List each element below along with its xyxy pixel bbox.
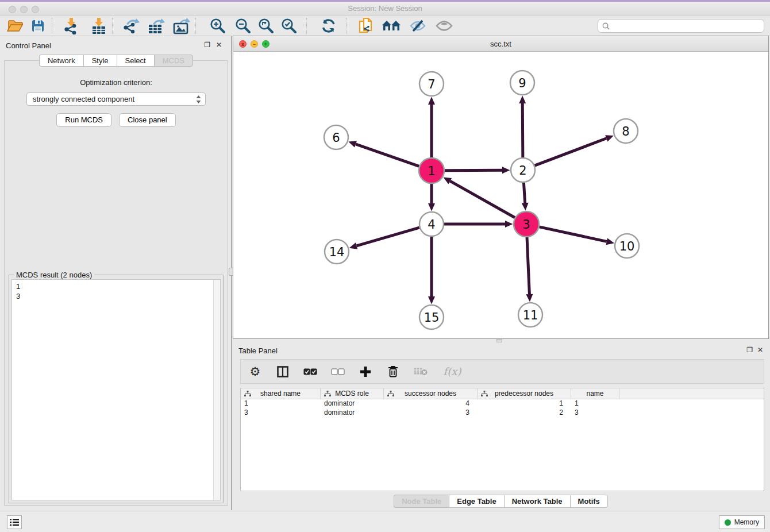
- column-header-name[interactable]: name: [571, 388, 619, 399]
- delete-column-button[interactable]: [386, 364, 401, 379]
- import-network-button[interactable]: [59, 17, 82, 35]
- show-panel-list-button[interactable]: [7, 515, 22, 529]
- graph-node-label: 11: [523, 309, 538, 322]
- table-cell[interactable]: 3: [384, 408, 478, 418]
- result-scrollbar[interactable]: [213, 280, 220, 500]
- table-cell[interactable]: 1: [241, 399, 321, 408]
- graph-edge-1-2[interactable]: [445, 170, 502, 171]
- open-session-button[interactable]: [3, 17, 26, 35]
- graph-node-label: 9: [518, 76, 526, 90]
- table-panel-tabs: Node Table Edge Table Network Table Moti…: [233, 495, 769, 508]
- graph-node-label: 14: [329, 245, 345, 259]
- hierarchy-icon: [387, 391, 394, 397]
- zoom-in-button[interactable]: [206, 17, 229, 35]
- float-panel-icon[interactable]: ❐: [204, 41, 210, 48]
- table-cell[interactable]: dominator: [321, 408, 384, 418]
- zoom-out-button[interactable]: [232, 17, 255, 35]
- split-columns-button[interactable]: [275, 364, 290, 379]
- mcds-result-list[interactable]: 1 3: [11, 279, 221, 500]
- table-close-icon[interactable]: ✕: [757, 346, 763, 353]
- node-table[interactable]: shared name MCDS role successor nodes pr…: [240, 388, 764, 491]
- tab-network[interactable]: Network: [39, 55, 83, 67]
- tab-style[interactable]: Style: [83, 55, 117, 67]
- add-column-button[interactable]: [358, 364, 373, 379]
- delete-table-icon: [414, 367, 428, 376]
- criterion-selected-value: strongly connected component: [33, 95, 134, 103]
- graph-edge-2-9[interactable]: [522, 103, 523, 157]
- graph-edge-4-14[interactable]: [357, 228, 419, 246]
- main-toolbar: [0, 16, 770, 36]
- graph-node-label: 8: [622, 125, 629, 138]
- network-window-title: scc.txt: [233, 40, 768, 48]
- network-window-titlebar[interactable]: x – + scc.txt: [233, 36, 768, 52]
- hide-eye-icon: [409, 19, 426, 33]
- tab-network-table[interactable]: Network Table: [504, 495, 570, 508]
- graph-edge-1-6[interactable]: [356, 144, 419, 167]
- network-table-splitter-handle[interactable]: [496, 339, 502, 342]
- table-cell[interactable]: 1: [478, 399, 571, 408]
- chevron-up-down-icon: [196, 95, 201, 103]
- column-label: MCDS role: [335, 390, 369, 398]
- zoom-selected-button[interactable]: [278, 17, 301, 35]
- search-input[interactable]: [613, 22, 764, 30]
- table-cell[interactable]: 3: [241, 408, 321, 418]
- tab-edge-table[interactable]: Edge Table: [449, 495, 503, 508]
- run-mcds-button[interactable]: Run MCDS: [56, 113, 111, 127]
- gear-button[interactable]: ⚙: [248, 364, 263, 379]
- graph-node-label: 6: [332, 131, 340, 145]
- graph-edge-3-10[interactable]: [539, 227, 606, 241]
- column-header-mcds-role[interactable]: MCDS role: [321, 388, 384, 399]
- tab-select[interactable]: Select: [117, 55, 154, 67]
- mcds-result-box: MCDS result (2 nodes) 1 3: [9, 275, 224, 503]
- home-button[interactable]: [380, 17, 403, 35]
- save-session-button[interactable]: [26, 17, 49, 35]
- close-panel-icon[interactable]: ✕: [216, 41, 222, 48]
- import-table-button[interactable]: [87, 17, 110, 35]
- table-panel: Table Panel ❐ ✕ ⚙: [233, 343, 769, 510]
- hide-elements-button[interactable]: [406, 17, 429, 35]
- export-image-button[interactable]: [170, 17, 193, 35]
- graph-edge-2-8[interactable]: [535, 138, 607, 165]
- graph-edge-3-11[interactable]: [527, 237, 529, 294]
- export-table-button[interactable]: [145, 17, 168, 35]
- window-title: Session: New Session: [0, 4, 770, 13]
- column-header-shared-name[interactable]: shared name: [241, 388, 321, 399]
- clone-network-icon: [358, 17, 374, 34]
- column-header-predecessor-nodes[interactable]: predecessor nodes: [478, 388, 571, 399]
- table-cell[interactable]: 1: [571, 399, 619, 408]
- network-canvas[interactable]: 7968124314101511: [233, 52, 768, 338]
- zoom-fit-button[interactable]: [255, 17, 278, 35]
- show-elements-button[interactable]: [433, 17, 456, 35]
- table-cell[interactable]: 4: [384, 399, 478, 408]
- table-cell[interactable]: 3: [571, 408, 619, 418]
- graph-node-label: 1: [428, 164, 435, 178]
- home-icon: [382, 18, 401, 33]
- network-view-window: x – + scc.txt 7968124314101511: [233, 36, 769, 339]
- hide-columns-button[interactable]: [330, 364, 345, 379]
- search-field[interactable]: [598, 19, 764, 33]
- refresh-button[interactable]: [317, 17, 340, 35]
- show-eye-icon: [436, 20, 453, 32]
- clone-network-button[interactable]: [355, 17, 378, 35]
- tab-mcds[interactable]: MCDS: [154, 55, 193, 67]
- show-columns-button[interactable]: [303, 364, 318, 379]
- function-builder-button[interactable]: f(x): [441, 364, 464, 379]
- memory-button[interactable]: Memory: [719, 515, 765, 529]
- table-cell[interactable]: 2: [478, 408, 571, 418]
- table-row[interactable]: 1dominator411: [241, 399, 764, 408]
- table-float-icon[interactable]: ❐: [746, 346, 753, 353]
- table-cell[interactable]: dominator: [321, 399, 384, 408]
- column-header-successor-nodes[interactable]: successor nodes: [384, 388, 478, 399]
- delete-table-button[interactable]: [413, 364, 428, 379]
- tab-motifs[interactable]: Motifs: [570, 495, 608, 508]
- gear-icon: ⚙: [250, 365, 261, 379]
- close-panel-button[interactable]: Close panel: [119, 113, 176, 127]
- table-row[interactable]: 3dominator323: [241, 408, 764, 418]
- graph-node-label: 7: [428, 78, 435, 91]
- tab-node-table[interactable]: Node Table: [394, 495, 449, 508]
- hierarchy-icon: [324, 391, 331, 397]
- graph-edge-3-1[interactable]: [450, 181, 515, 218]
- criterion-select[interactable]: strongly connected component: [26, 92, 206, 106]
- export-network-button[interactable]: [120, 17, 143, 35]
- graph-edge-2-3[interactable]: [523, 183, 525, 203]
